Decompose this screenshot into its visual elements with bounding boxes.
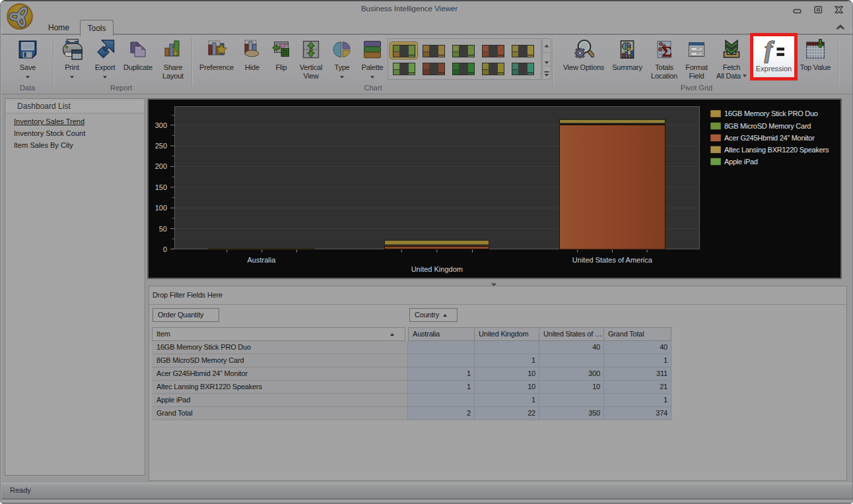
svg-text:f: f xyxy=(765,40,774,63)
svg-text:0: 0 xyxy=(163,245,167,253)
svg-text:Altec Lansing BXR1220 Speakers: Altec Lansing BXR1220 Speakers xyxy=(724,146,829,154)
svg-text:United Kingdom: United Kingdom xyxy=(411,265,463,273)
svg-text:Apple iPad: Apple iPad xyxy=(724,158,758,166)
svg-text:150: 150 xyxy=(155,183,167,191)
svg-text:300: 300 xyxy=(155,121,167,129)
svg-text:Σ: Σ xyxy=(662,43,672,60)
svg-text:250: 250 xyxy=(155,142,167,150)
svg-text:Australia: Australia xyxy=(248,256,277,264)
svg-text:Acer G245Hbmid 24” Monitor: Acer G245Hbmid 24” Monitor xyxy=(724,134,815,142)
svg-text:United States of America: United States of America xyxy=(572,256,653,264)
svg-text:16GB Memory Stick PRO Duo: 16GB Memory Stick PRO Duo xyxy=(724,110,818,117)
svg-text:200: 200 xyxy=(155,162,167,170)
svg-text:50: 50 xyxy=(159,225,167,233)
svg-text:100: 100 xyxy=(155,204,167,212)
svg-text:8GB MicroSD Memory Card: 8GB MicroSD Memory Card xyxy=(724,122,811,130)
